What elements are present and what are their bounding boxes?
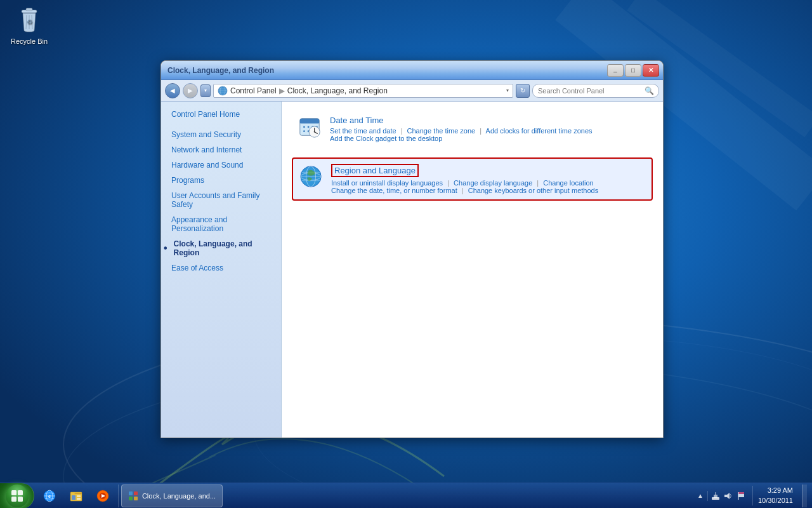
- nav-dropdown[interactable]: ▾: [200, 84, 211, 97]
- region-language-content: Region and Language Install or uninstall…: [331, 164, 646, 194]
- window-body: Control Panel Home System and Security N…: [161, 102, 663, 438]
- start-orb: [6, 485, 29, 507]
- change-display-lang-link[interactable]: Change display language: [454, 179, 532, 187]
- svg-text:♻: ♻: [27, 18, 32, 25]
- svg-rect-39: [11, 497, 16, 502]
- windows-logo-icon: [11, 490, 23, 502]
- svg-rect-48: [77, 498, 81, 500]
- category-region-language: Region and Language Install or uninstall…: [292, 157, 653, 201]
- svg-rect-61: [738, 492, 744, 494]
- system-tray: ▲ 3:29 AM 10/30/2011: [692, 483, 812, 508]
- clock-date: 10/30/2011: [758, 496, 793, 505]
- control-panel-window: Clock, Language, and Region _ □ ✕ ◀ ▶ ▾: [160, 60, 664, 438]
- sidebar-item-system[interactable]: System and Security: [161, 127, 281, 142]
- svg-point-20: [303, 126, 305, 128]
- window-title: Clock, Language, and Region: [167, 66, 274, 75]
- region-language-links: Install or uninstall display languages |…: [331, 179, 646, 194]
- minimize-button[interactable]: _: [607, 64, 624, 77]
- sidebar-item-hardware[interactable]: Hardware and Sound: [161, 157, 281, 173]
- sidebar-item-programs[interactable]: Programs: [161, 173, 281, 188]
- taskbar: e: [0, 483, 812, 508]
- svg-rect-53: [134, 491, 138, 495]
- clock[interactable]: 3:29 AM 10/30/2011: [752, 486, 798, 505]
- svg-marker-59: [724, 493, 730, 499]
- svg-rect-54: [129, 497, 133, 500]
- set-time-link[interactable]: Set the time and date: [330, 127, 396, 135]
- window-titlebar: Clock, Language, and Region _ □ ✕: [161, 61, 663, 80]
- svg-rect-7: [26, 8, 32, 11]
- sidebar: Control Panel Home System and Security N…: [161, 102, 282, 438]
- network-icon: [710, 491, 721, 501]
- search-box[interactable]: 🔍: [532, 84, 659, 98]
- taskbar-item-control-panel[interactable]: Clock, Language, and...: [121, 485, 223, 507]
- path-globe-icon: [218, 86, 228, 96]
- recycle-bin-label: Recycle Bin: [11, 37, 48, 45]
- taskbar-pinned: e: [34, 485, 119, 507]
- address-path[interactable]: Control Panel ▶ Clock, Language, and Reg…: [213, 84, 513, 98]
- svg-rect-55: [134, 497, 138, 500]
- back-button[interactable]: ◀: [165, 83, 180, 98]
- close-button[interactable]: ✕: [643, 64, 659, 77]
- date-time-content: Date and Time Set the time and date | Ch…: [330, 114, 648, 142]
- svg-point-24: [303, 130, 305, 132]
- date-time-title[interactable]: Date and Time: [330, 116, 384, 125]
- taskbar-item-media[interactable]: [90, 485, 115, 507]
- svg-rect-40: [18, 497, 23, 502]
- svg-rect-38: [18, 490, 23, 495]
- date-time-icon: [297, 114, 322, 140]
- change-location-link[interactable]: Change location: [543, 179, 594, 187]
- sidebar-item-home[interactable]: Control Panel Home: [161, 107, 281, 122]
- svg-rect-19: [300, 121, 319, 123]
- date-time-links: Set the time and date | Change the time …: [330, 127, 648, 142]
- tray-expand[interactable]: ▲: [697, 492, 704, 499]
- window-controls: _ □ ✕: [607, 64, 659, 77]
- svg-rect-37: [11, 490, 16, 495]
- region-language-icon: [298, 164, 324, 189]
- sidebar-item-appearance[interactable]: Appearance and Personalization: [161, 212, 281, 236]
- sidebar-item-clock[interactable]: Clock, Language, and Region: [161, 236, 281, 260]
- change-timezone-link[interactable]: Change the time zone: [407, 127, 476, 135]
- search-icon[interactable]: 🔍: [645, 86, 653, 95]
- maximize-button[interactable]: □: [625, 64, 641, 77]
- flag-icon: [736, 491, 746, 501]
- recycle-bin-icon: ♻: [16, 6, 42, 35]
- install-languages-link[interactable]: Install or uninstall display languages: [331, 179, 443, 187]
- add-clocks-link[interactable]: Add clocks for different time zones: [486, 127, 593, 135]
- taskbar-item-explorer[interactable]: [63, 485, 89, 507]
- svg-point-30: [314, 131, 315, 133]
- refresh-button[interactable]: ↻: [516, 84, 530, 98]
- taskbar-window-label: Clock, Language, and...: [142, 492, 216, 500]
- svg-text:e: e: [48, 493, 51, 499]
- start-button[interactable]: [0, 483, 34, 509]
- speaker-icon: [723, 491, 733, 501]
- sidebar-item-ease[interactable]: Ease of Access: [161, 260, 281, 276]
- svg-rect-52: [129, 491, 133, 495]
- svg-rect-47: [77, 495, 81, 497]
- path-current[interactable]: Clock, Language, and Region: [287, 86, 388, 95]
- sidebar-item-network[interactable]: Network and Internet: [161, 142, 281, 157]
- main-content: Date and Time Set the time and date | Ch…: [282, 102, 663, 438]
- category-date-time: Date and Time Set the time and date | Ch…: [292, 109, 653, 147]
- forward-button[interactable]: ▶: [183, 83, 198, 98]
- ie-icon: e: [43, 489, 56, 503]
- sidebar-item-user-accounts[interactable]: User Accounts and Family Safety: [161, 188, 281, 212]
- path-dropdown[interactable]: ▾: [506, 88, 509, 93]
- svg-rect-58: [715, 492, 716, 495]
- add-clock-gadget-link[interactable]: Add the Clock gadget to the desktop: [330, 135, 442, 142]
- path-control-panel[interactable]: Control Panel: [230, 86, 277, 95]
- control-panel-icon: [128, 491, 138, 501]
- clock-time: 3:29 AM: [768, 486, 793, 495]
- change-date-format-link[interactable]: Change the date, time, or number format: [331, 187, 457, 194]
- taskbar-item-ie[interactable]: e: [37, 485, 62, 507]
- region-language-title[interactable]: Region and Language: [331, 164, 419, 177]
- svg-rect-46: [72, 495, 75, 500]
- search-input[interactable]: [538, 87, 642, 95]
- address-bar: ◀ ▶ ▾ Control Panel ▶ Clock, Language, a…: [161, 80, 663, 102]
- svg-point-21: [308, 126, 310, 128]
- media-player-icon: [96, 489, 110, 503]
- change-keyboards-link[interactable]: Change keyboards or other input methods: [468, 187, 598, 194]
- recycle-bin[interactable]: ♻ Recycle Bin: [6, 6, 52, 45]
- show-desktop-button[interactable]: [802, 485, 807, 507]
- explorer-icon: [69, 489, 83, 503]
